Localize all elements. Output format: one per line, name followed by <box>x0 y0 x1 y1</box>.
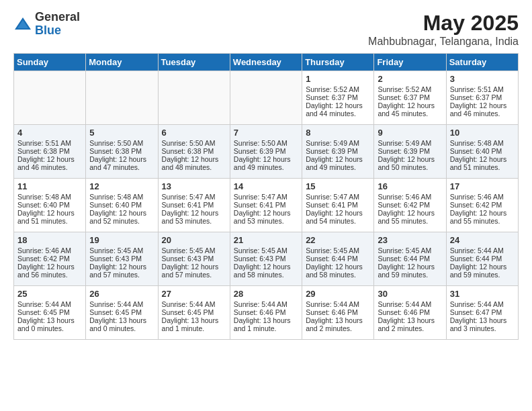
day-info: Sunset: 6:46 PM <box>306 308 370 316</box>
day-info: and 3 minutes. <box>450 324 515 332</box>
day-info: Sunset: 6:38 PM <box>89 147 154 155</box>
day-info: Daylight: 13 hours <box>378 316 442 324</box>
day-info: Sunset: 6:43 PM <box>89 255 154 263</box>
day-number: 28 <box>234 289 298 299</box>
calendar-cell: 18Sunrise: 5:46 AMSunset: 6:42 PMDayligh… <box>14 232 86 286</box>
day-info: Sunset: 6:37 PM <box>378 93 442 101</box>
day-info: Sunrise: 5:52 AM <box>378 85 442 93</box>
day-info: Sunrise: 5:45 AM <box>89 246 154 255</box>
day-info: Daylight: 13 hours <box>450 316 515 324</box>
day-info: Sunrise: 5:45 AM <box>306 246 370 255</box>
day-info: and 53 minutes. <box>234 217 298 225</box>
day-info: Sunset: 6:42 PM <box>450 201 515 209</box>
calendar-cell <box>86 71 158 125</box>
header: General Blue May 2025 Mahbubnagar, Telan… <box>13 11 519 48</box>
day-info: Sunrise: 5:45 AM <box>378 246 442 255</box>
calendar-week-row: 4Sunrise: 5:51 AMSunset: 6:38 PMDaylight… <box>14 125 519 179</box>
day-info: Sunrise: 5:47 AM <box>234 193 298 201</box>
day-info: Daylight: 12 hours <box>162 209 226 217</box>
calendar-week-row: 11Sunrise: 5:48 AMSunset: 6:40 PMDayligh… <box>14 179 519 232</box>
day-info: Daylight: 13 hours <box>89 316 154 324</box>
day-info: and 59 minutes. <box>378 271 442 279</box>
day-info: and 49 minutes. <box>234 163 298 171</box>
day-number: 24 <box>450 235 515 245</box>
day-info: Sunrise: 5:45 AM <box>234 246 298 255</box>
day-info: Daylight: 12 hours <box>89 155 154 163</box>
day-number: 1 <box>306 74 370 84</box>
calendar-cell: 2Sunrise: 5:52 AMSunset: 6:37 PMDaylight… <box>374 71 446 125</box>
day-info: Sunset: 6:45 PM <box>17 308 82 316</box>
day-info: Sunset: 6:46 PM <box>234 308 298 316</box>
day-info: Sunrise: 5:48 AM <box>89 193 154 201</box>
day-info: and 48 minutes. <box>162 163 226 171</box>
day-info: Sunrise: 5:46 AM <box>378 193 442 201</box>
day-number: 10 <box>450 128 515 138</box>
day-number: 22 <box>306 235 370 245</box>
header-cell-saturday: Saturday <box>446 54 518 71</box>
day-info: Sunrise: 5:47 AM <box>306 193 370 201</box>
calendar-cell: 14Sunrise: 5:47 AMSunset: 6:41 PMDayligh… <box>230 179 302 232</box>
calendar-cell: 5Sunrise: 5:50 AMSunset: 6:38 PMDaylight… <box>86 125 158 179</box>
calendar-cell: 10Sunrise: 5:48 AMSunset: 6:40 PMDayligh… <box>446 125 518 179</box>
day-info: Sunset: 6:41 PM <box>162 201 226 209</box>
calendar-cell: 22Sunrise: 5:45 AMSunset: 6:44 PMDayligh… <box>302 232 374 286</box>
day-info: Sunrise: 5:44 AM <box>17 300 82 308</box>
day-info: Sunset: 6:40 PM <box>17 201 82 209</box>
day-info: and 57 minutes. <box>162 271 226 279</box>
day-number: 5 <box>89 128 154 138</box>
day-info: Sunset: 6:38 PM <box>17 147 82 155</box>
day-info: Daylight: 12 hours <box>17 263 82 271</box>
day-info: Sunrise: 5:46 AM <box>450 193 515 201</box>
day-info: and 51 minutes. <box>450 163 515 171</box>
logo-icon <box>13 15 32 34</box>
day-info: and 55 minutes. <box>378 217 442 225</box>
day-info: Sunset: 6:39 PM <box>234 147 298 155</box>
day-info: Daylight: 12 hours <box>378 155 442 163</box>
day-info: Sunrise: 5:52 AM <box>306 85 370 93</box>
day-info: Sunrise: 5:44 AM <box>378 300 442 308</box>
calendar-week-row: 25Sunrise: 5:44 AMSunset: 6:45 PMDayligh… <box>14 286 519 340</box>
day-info: Daylight: 12 hours <box>378 101 442 109</box>
day-info: Sunset: 6:38 PM <box>162 147 226 155</box>
header-cell-friday: Friday <box>374 54 446 71</box>
calendar-cell: 13Sunrise: 5:47 AMSunset: 6:41 PMDayligh… <box>158 179 230 232</box>
day-info: and 46 minutes. <box>450 109 515 118</box>
day-info: and 1 minute. <box>162 324 226 332</box>
day-info: Sunrise: 5:50 AM <box>234 139 298 147</box>
logo: General Blue <box>13 11 80 38</box>
day-info: Sunset: 6:45 PM <box>162 308 226 316</box>
day-number: 6 <box>162 128 226 138</box>
day-info: Sunset: 6:45 PM <box>89 308 154 316</box>
day-info: and 58 minutes. <box>306 271 370 279</box>
day-info: Sunset: 6:40 PM <box>89 201 154 209</box>
day-number: 15 <box>306 181 370 191</box>
calendar-cell: 30Sunrise: 5:44 AMSunset: 6:46 PMDayligh… <box>374 286 446 340</box>
day-info: Sunrise: 5:49 AM <box>378 139 442 147</box>
calendar-cell: 8Sunrise: 5:49 AMSunset: 6:39 PMDaylight… <box>302 125 374 179</box>
day-number: 19 <box>89 235 154 245</box>
day-info: Sunrise: 5:48 AM <box>450 139 515 147</box>
calendar-cell: 31Sunrise: 5:44 AMSunset: 6:47 PMDayligh… <box>446 286 518 340</box>
calendar-cell: 28Sunrise: 5:44 AMSunset: 6:46 PMDayligh… <box>230 286 302 340</box>
day-info: Sunrise: 5:46 AM <box>17 246 82 255</box>
day-number: 2 <box>378 74 442 84</box>
day-info: and 55 minutes. <box>450 217 515 225</box>
day-info: Sunset: 6:42 PM <box>17 255 82 263</box>
day-info: Daylight: 12 hours <box>89 209 154 217</box>
day-info: Sunrise: 5:51 AM <box>450 85 515 93</box>
day-info: Sunrise: 5:44 AM <box>306 300 370 308</box>
day-info: and 52 minutes. <box>89 217 154 225</box>
calendar-cell: 29Sunrise: 5:44 AMSunset: 6:46 PMDayligh… <box>302 286 374 340</box>
day-number: 29 <box>306 289 370 299</box>
day-info: Daylight: 12 hours <box>89 263 154 271</box>
calendar-cell: 4Sunrise: 5:51 AMSunset: 6:38 PMDaylight… <box>14 125 86 179</box>
calendar-cell: 16Sunrise: 5:46 AMSunset: 6:42 PMDayligh… <box>374 179 446 232</box>
calendar-cell: 25Sunrise: 5:44 AMSunset: 6:45 PMDayligh… <box>14 286 86 340</box>
calendar-cell: 17Sunrise: 5:46 AMSunset: 6:42 PMDayligh… <box>446 179 518 232</box>
day-info: and 46 minutes. <box>17 163 82 171</box>
calendar-cell: 23Sunrise: 5:45 AMSunset: 6:44 PMDayligh… <box>374 232 446 286</box>
day-info: Daylight: 12 hours <box>306 263 370 271</box>
day-info: Daylight: 12 hours <box>162 263 226 271</box>
day-info: Sunset: 6:44 PM <box>306 255 370 263</box>
day-info: Sunset: 6:41 PM <box>306 201 370 209</box>
